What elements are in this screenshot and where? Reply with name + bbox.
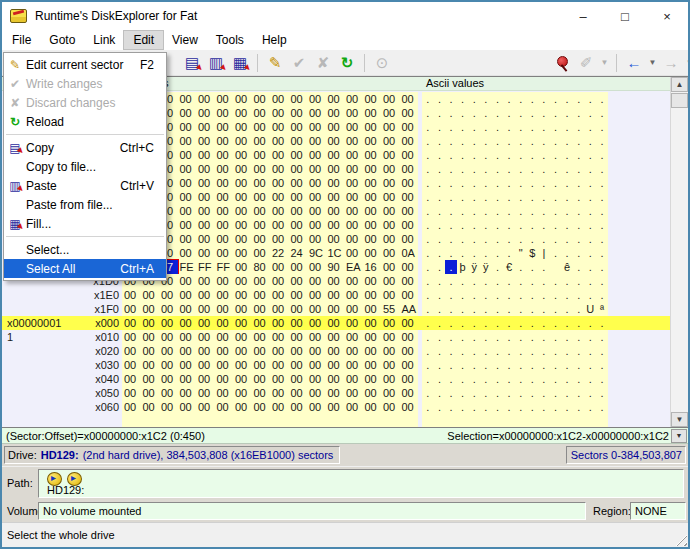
hex-byte-cell[interactable]: 00 — [233, 190, 252, 204]
hex-byte-cell[interactable]: 00 — [178, 386, 197, 400]
ascii-cell[interactable]: . — [503, 372, 515, 386]
hex-byte-cell[interactable]: 00 — [270, 274, 289, 288]
hex-byte-cell[interactable]: 00 — [122, 358, 141, 372]
ascii-cell[interactable]: . — [515, 148, 527, 162]
ascii-cell[interactable]: . — [492, 330, 504, 344]
hex-byte-cell[interactable]: 00 — [178, 372, 197, 386]
hex-byte-cell[interactable]: 00 — [381, 386, 400, 400]
ascii-cell[interactable]: . — [457, 316, 469, 330]
ascii-cell[interactable]: . — [550, 204, 562, 218]
hex-byte-cell[interactable]: 00 — [196, 232, 215, 246]
hex-byte-cell[interactable]: 00 — [141, 400, 160, 414]
resize-grip[interactable] — [674, 533, 687, 546]
hex-byte-cell[interactable]: 00 — [307, 274, 326, 288]
ascii-cell[interactable]: . — [445, 162, 457, 176]
ascii-cell[interactable]: . — [561, 92, 573, 106]
hex-byte-cell[interactable]: 00 — [363, 372, 382, 386]
hex-byte-cell[interactable]: 00 — [215, 106, 234, 120]
ascii-cell[interactable]: . — [503, 148, 515, 162]
hex-byte-cell[interactable]: EA — [344, 260, 363, 274]
ascii-cell[interactable]: . — [492, 246, 504, 260]
ascii-cell[interactable]: . — [468, 372, 480, 386]
ascii-cell[interactable]: . — [573, 120, 585, 134]
ascii-cell[interactable]: . — [492, 106, 504, 120]
hex-byte-cell[interactable]: 00 — [381, 400, 400, 414]
hex-byte-cell[interactable]: 90 — [326, 260, 345, 274]
ascii-cell[interactable]: . — [573, 148, 585, 162]
ascii-cell[interactable]: . — [434, 246, 446, 260]
ascii-cell[interactable]: . — [457, 400, 469, 414]
hex-byte-cell[interactable]: 00 — [178, 344, 197, 358]
ascii-cell[interactable]: . — [596, 274, 608, 288]
ascii-cell[interactable]: . — [561, 302, 573, 316]
ascii-cell[interactable]: . — [538, 316, 550, 330]
ascii-cell[interactable]: . — [515, 106, 527, 120]
ascii-cell[interactable]: . — [550, 358, 562, 372]
ascii-cell[interactable]: . — [503, 316, 515, 330]
ascii-cell[interactable]: . — [457, 148, 469, 162]
ascii-cell[interactable]: . — [550, 400, 562, 414]
hex-byte-cell[interactable]: 00 — [307, 190, 326, 204]
ascii-cell[interactable]: . — [480, 134, 492, 148]
hex-byte-cell[interactable]: 00 — [363, 288, 382, 302]
hex-byte-cell[interactable]: 00 — [400, 120, 419, 134]
ascii-cell[interactable]: . — [445, 302, 457, 316]
ascii-cell[interactable]: $ — [526, 246, 538, 260]
ascii-cell[interactable]: . — [457, 134, 469, 148]
ascii-cell[interactable]: . — [526, 176, 538, 190]
hex-byte-cell[interactable]: 00 — [289, 274, 308, 288]
hex-byte-cell[interactable]: 00 — [381, 218, 400, 232]
ascii-cell[interactable]: . — [480, 386, 492, 400]
ascii-cell[interactable]: . — [480, 400, 492, 414]
ascii-cell[interactable]: . — [492, 288, 504, 302]
write-check-button[interactable]: ✔ — [287, 52, 311, 74]
hex-byte-cell[interactable]: 00 — [196, 218, 215, 232]
hex-byte-cell[interactable]: 00 — [252, 92, 271, 106]
ascii-cell[interactable]: . — [573, 92, 585, 106]
hex-byte-cell[interactable]: 00 — [215, 358, 234, 372]
hex-byte-cell[interactable]: 00 — [289, 330, 308, 344]
ascii-cell[interactable]: . — [457, 92, 469, 106]
hex-byte-cell[interactable]: 00 — [233, 386, 252, 400]
hex-byte-cell[interactable]: 00 — [196, 190, 215, 204]
hex-byte-cell[interactable]: 00 — [233, 260, 252, 274]
ascii-cell[interactable]: . — [434, 106, 446, 120]
ascii-cell[interactable]: . — [561, 120, 573, 134]
ascii-cell[interactable]: . — [550, 134, 562, 148]
hex-byte-cell[interactable]: 00 — [344, 274, 363, 288]
hex-byte-cell[interactable]: 00 — [381, 344, 400, 358]
ascii-cell[interactable]: . — [492, 204, 504, 218]
hex-byte-cell[interactable]: 00 — [344, 190, 363, 204]
hex-byte-cell[interactable]: 00 — [400, 176, 419, 190]
ascii-cell[interactable] — [573, 414, 585, 428]
hex-byte-cell[interactable]: 00 — [307, 330, 326, 344]
ascii-cell[interactable]: . — [480, 344, 492, 358]
menu-view[interactable]: View — [163, 31, 207, 49]
hex-byte-cell[interactable]: 00 — [178, 218, 197, 232]
ascii-cell[interactable]: . — [596, 176, 608, 190]
ascii-cell[interactable]: . — [538, 232, 550, 246]
ascii-cell[interactable]: . — [515, 204, 527, 218]
ascii-cell[interactable]: € — [503, 260, 515, 274]
hex-byte-cell[interactable]: 00 — [270, 232, 289, 246]
ascii-cell[interactable]: . — [596, 232, 608, 246]
ascii-cell[interactable]: . — [492, 218, 504, 232]
hex-byte-cell[interactable]: 00 — [196, 246, 215, 260]
reload-button[interactable]: ↻ — [335, 52, 359, 74]
ascii-cell[interactable]: . — [596, 148, 608, 162]
hex-byte-cell[interactable]: 00 — [289, 190, 308, 204]
hex-byte-cell[interactable]: 00 — [178, 288, 197, 302]
ascii-cell[interactable]: . — [480, 204, 492, 218]
hex-byte-cell[interactable]: 00 — [307, 372, 326, 386]
ascii-cell[interactable]: . — [445, 92, 457, 106]
hex-byte-cell[interactable]: 00 — [270, 92, 289, 106]
ascii-cell[interactable]: | — [538, 246, 550, 260]
ascii-cell[interactable]: . — [538, 302, 550, 316]
hex-byte-cell[interactable]: 00 — [381, 134, 400, 148]
ascii-cell[interactable]: . — [445, 204, 457, 218]
hex-byte-cell[interactable]: 00 — [381, 372, 400, 386]
ascii-cell[interactable]: . — [434, 232, 446, 246]
ascii-cell[interactable]: . — [550, 106, 562, 120]
ascii-cell[interactable]: . — [422, 260, 434, 274]
ascii-cell[interactable]: . — [585, 120, 597, 134]
